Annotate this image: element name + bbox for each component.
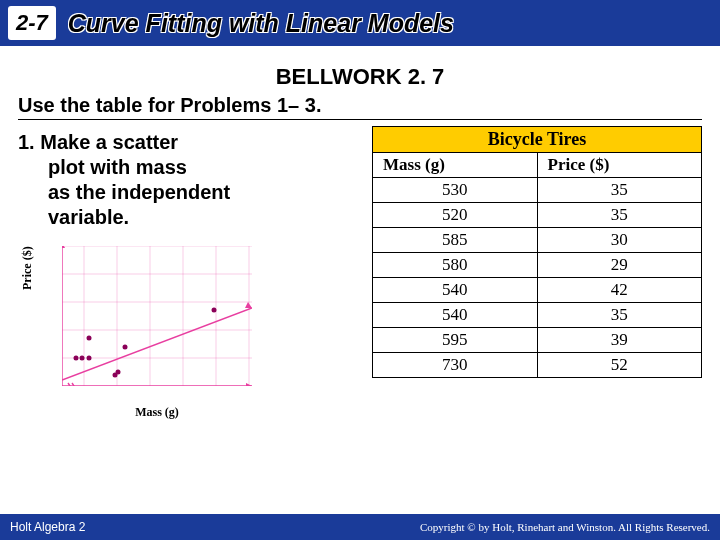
scatter-plot: 0 525 575 625 675 725 25 35 45 55 75: [24, 240, 264, 420]
table-row: 58029: [373, 253, 702, 278]
x-axis-label: Mass (g): [135, 405, 179, 419]
svg-point-37: [212, 308, 217, 313]
problem-1: 1. Make a scatter plot with mass as the …: [18, 130, 348, 230]
lesson-number: 2-7: [8, 6, 56, 40]
table-row: 54035: [373, 303, 702, 328]
instruction-text: Use the table for Problems 1– 3.: [18, 94, 702, 120]
lesson-title: Curve Fitting with Linear Models: [68, 9, 454, 38]
problem-line: variable.: [18, 205, 348, 230]
y-axis-label: Price ($): [20, 246, 35, 290]
problem-number: 1.: [18, 131, 35, 153]
svg-point-30: [80, 356, 85, 361]
svg-point-31: [74, 356, 79, 361]
table-row: 52035: [373, 203, 702, 228]
copyright: Copyright © by Holt, Rinehart and Winsto…: [420, 521, 710, 533]
svg-point-34: [87, 336, 92, 341]
table-row: 54042: [373, 278, 702, 303]
footer: Holt Algebra 2 Copyright © by Holt, Rine…: [0, 514, 720, 540]
col-header-price: Price ($): [537, 153, 701, 178]
svg-point-36: [123, 345, 128, 350]
data-table: Bicycle Tires Mass (g) Price ($) 53035 5…: [372, 126, 702, 378]
table-row: 53035: [373, 178, 702, 203]
svg-point-33: [113, 373, 118, 378]
problem-line: Make a scatter: [40, 131, 178, 153]
problem-line: as the independent: [18, 180, 348, 205]
table-row: 58530: [373, 228, 702, 253]
svg-marker-14: [62, 246, 65, 248]
col-header-mass: Mass (g): [373, 153, 538, 178]
table-row: 59539: [373, 328, 702, 353]
bellwork-heading: BELLWORK 2. 7: [18, 64, 702, 90]
table-row: 73052: [373, 353, 702, 378]
header-bar: 2-7 Curve Fitting with Linear Models: [0, 0, 720, 46]
svg-marker-29: [245, 302, 252, 308]
book-title: Holt Algebra 2: [10, 520, 85, 534]
content: BELLWORK 2. 7 Use the table for Problems…: [0, 46, 720, 420]
table-title: Bicycle Tires: [373, 127, 702, 153]
svg-line-28: [62, 308, 252, 380]
chart-svg: 0 525 575 625 675 725 25 35 45 55 75: [62, 246, 252, 386]
svg-point-35: [87, 356, 92, 361]
problem-line: plot with mass: [18, 155, 348, 180]
